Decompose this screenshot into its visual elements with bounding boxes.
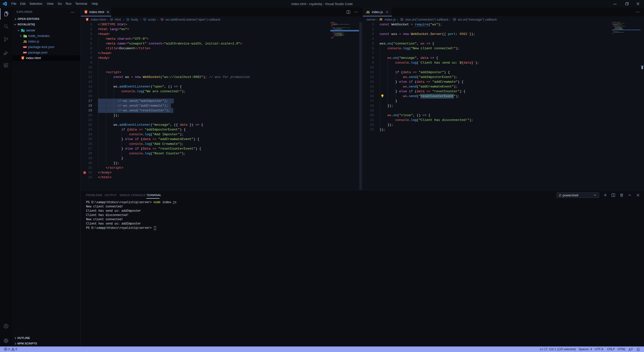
svg-text:5: 5 <box>87 18 88 21</box>
svg-text:5: 5 <box>85 11 87 13</box>
svg-text:5: 5 <box>22 57 23 59</box>
svg-text:npm: npm <box>23 46 27 48</box>
svg-text:npm: npm <box>23 52 27 53</box>
svg-text:JS: JS <box>25 36 27 37</box>
